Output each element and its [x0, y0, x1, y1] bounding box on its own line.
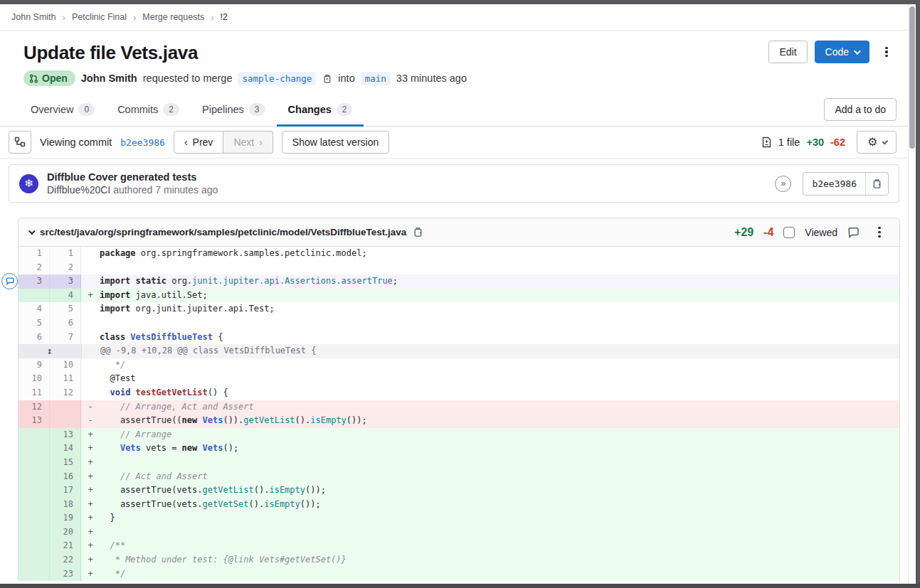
- new-line-number[interactable]: 5: [50, 302, 81, 316]
- old-line-number[interactable]: [18, 442, 50, 456]
- old-line-number[interactable]: 11: [18, 386, 50, 400]
- copy-path-icon[interactable]: [413, 227, 423, 237]
- diff-marker: +: [81, 442, 100, 456]
- page-content: John Smith › Petclinic Final › Merge req…: [0, 4, 908, 584]
- viewing-commit-sha-link[interactable]: b2ee3986: [120, 137, 165, 148]
- new-line-number[interactable]: 3: [50, 274, 81, 289]
- breadcrumb-separator-icon: ›: [133, 12, 136, 23]
- next-commit-button[interactable]: Next ›: [223, 131, 273, 154]
- breadcrumb-project[interactable]: Petclinic Final: [72, 12, 127, 22]
- commit-sha[interactable]: b2ee3986: [803, 173, 865, 195]
- old-line-number[interactable]: [18, 289, 50, 303]
- mr-options-kebab-button[interactable]: [877, 41, 897, 63]
- breadcrumb-merge-requests[interactable]: Merge requests: [142, 12, 204, 22]
- diff-marker: [81, 247, 100, 261]
- new-line-number[interactable]: 19: [50, 511, 81, 525]
- expand-lines-cell[interactable]: ↕: [18, 344, 82, 358]
- diff-marker: +: [81, 567, 100, 582]
- new-line-number[interactable]: 11: [50, 372, 81, 386]
- old-line-number[interactable]: [18, 498, 50, 512]
- old-line-number[interactable]: 9: [18, 358, 50, 373]
- tab-changes[interactable]: Changes2: [277, 93, 364, 127]
- old-line-number[interactable]: [18, 567, 50, 582]
- new-line-number[interactable]: 21: [50, 539, 81, 553]
- scrollbar[interactable]: [908, 4, 916, 584]
- window-chrome-bottom: [0, 584, 920, 588]
- window-chrome-top: [0, 0, 920, 4]
- new-line-number[interactable]: [50, 400, 81, 415]
- old-line-number[interactable]: [18, 525, 50, 540]
- old-line-number[interactable]: [18, 456, 50, 470]
- file-path[interactable]: src/test/java/org/springframework/sample…: [40, 227, 406, 237]
- copy-branch-icon[interactable]: [322, 73, 332, 84]
- old-line-number[interactable]: 1: [18, 247, 50, 261]
- file-options-kebab-button[interactable]: [869, 221, 889, 244]
- commit-title[interactable]: Diffblue Cover generated tests: [47, 171, 766, 183]
- new-line-number[interactable]: 13: [50, 428, 81, 442]
- diff-marker: +: [81, 470, 100, 484]
- new-line-number[interactable]: 22: [50, 553, 81, 567]
- old-line-number[interactable]: [18, 483, 50, 498]
- new-line-number[interactable]: 18: [50, 498, 81, 512]
- new-line-number[interactable]: 14: [50, 442, 81, 456]
- tab-count-badge: 2: [337, 103, 353, 116]
- new-line-number[interactable]: 12: [50, 386, 81, 400]
- old-line-number[interactable]: 12: [18, 400, 50, 415]
- new-line-number[interactable]: 1: [50, 247, 81, 261]
- new-line-number[interactable]: 17: [50, 483, 81, 498]
- old-line-number[interactable]: [18, 428, 50, 442]
- tab-pipelines[interactable]: Pipelines3: [191, 93, 277, 127]
- diff-marker: -: [81, 414, 100, 428]
- new-line-number[interactable]: 10: [50, 358, 81, 373]
- old-line-number[interactable]: [18, 553, 50, 567]
- new-line-number[interactable]: 4: [50, 289, 81, 303]
- old-line-number[interactable]: [18, 470, 50, 484]
- commit-author[interactable]: Diffblue%20CI: [47, 184, 110, 196]
- new-line-number[interactable]: 20: [50, 525, 81, 540]
- tab-overview[interactable]: Overview0: [19, 93, 106, 127]
- breadcrumb-mr-id[interactable]: !2: [221, 12, 228, 22]
- add-todo-button[interactable]: Add a to do: [824, 98, 897, 121]
- edit-button[interactable]: Edit: [768, 41, 807, 63]
- diff-row: 14+ Vets vets = new Vets();: [18, 442, 899, 456]
- old-line-number[interactable]: 2: [18, 261, 50, 275]
- viewed-checkbox[interactable]: [783, 227, 795, 238]
- browse-files-button[interactable]: »: [775, 176, 791, 192]
- new-line-number[interactable]: [50, 414, 81, 428]
- file-deletions: -4: [763, 226, 773, 239]
- old-line-number[interactable]: [18, 511, 50, 525]
- target-branch-chip[interactable]: main: [361, 72, 391, 85]
- diff-settings-button[interactable]: ⚙: [857, 131, 897, 154]
- scrollbar-thumb[interactable]: [909, 6, 915, 149]
- kebab-icon: [885, 47, 887, 58]
- prev-commit-button[interactable]: ‹ Prev: [174, 131, 223, 154]
- code-line: void testGetVetList() {: [100, 386, 899, 400]
- old-line-number[interactable]: 10: [18, 372, 50, 386]
- new-line-number[interactable]: 7: [50, 331, 81, 345]
- old-line-number[interactable]: 6: [18, 331, 50, 345]
- old-line-number[interactable]: [18, 539, 50, 553]
- new-line-number[interactable]: 2: [50, 261, 81, 275]
- breadcrumb-user[interactable]: John Smith: [11, 12, 56, 22]
- source-branch-chip[interactable]: sample-change: [238, 72, 316, 85]
- diff-row: 22+ * Method under test: {@link Vets#get…: [18, 553, 899, 567]
- mr-author[interactable]: John Smith: [81, 73, 137, 84]
- add-comment-bubble-icon[interactable]: [1, 273, 18, 289]
- new-line-number[interactable]: 15: [50, 456, 81, 470]
- new-line-number[interactable]: 16: [50, 470, 81, 484]
- code-dropdown-button[interactable]: Code: [815, 41, 869, 63]
- show-latest-version-button[interactable]: Show latest version: [282, 131, 389, 154]
- old-line-number[interactable]: 3: [18, 274, 50, 289]
- old-line-number[interactable]: 13: [18, 414, 50, 428]
- old-line-number[interactable]: 5: [18, 316, 50, 331]
- new-line-number[interactable]: 23: [50, 567, 81, 582]
- new-line-number[interactable]: 6: [50, 316, 81, 331]
- code-line: }: [100, 511, 899, 525]
- file-tree-toggle-button[interactable]: [9, 131, 31, 154]
- tab-commits[interactable]: Commits2: [106, 93, 191, 127]
- old-line-number[interactable]: 4: [18, 302, 50, 316]
- gear-icon: ⚙: [867, 137, 877, 148]
- copy-sha-button[interactable]: [865, 173, 888, 195]
- collapse-file-chevron-icon[interactable]: [28, 228, 36, 235]
- comment-icon[interactable]: [847, 227, 860, 238]
